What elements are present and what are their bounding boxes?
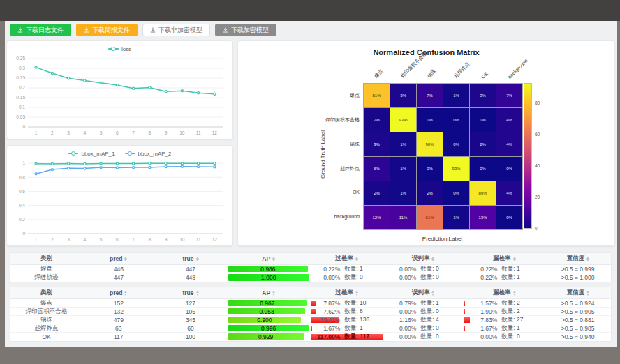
svg-text:0.3: 0.3 <box>19 66 25 70</box>
svg-text:10: 10 <box>179 130 185 135</box>
svg-text:0: 0 <box>22 124 25 129</box>
column-header-误判率[interactable]: 误判率 <box>383 255 464 263</box>
column-header-true[interactable]: true <box>154 255 226 262</box>
column-header-label: 漏检率 <box>493 289 511 297</box>
column-header-AP[interactable]: AP <box>227 289 311 296</box>
rate-count: 数量: 1 <box>501 265 538 273</box>
column-header-label: true <box>182 255 193 262</box>
rate-count: 数量: 1 <box>501 324 538 332</box>
rate-cell: 1.16%数量: 4 <box>383 316 464 324</box>
matrix-cell: 2% <box>417 181 443 205</box>
rate-cell: 0.22%数量: 1 <box>464 265 545 273</box>
legend-label: bbox_mAP_2 <box>138 151 172 157</box>
column-header-置信度[interactable]: 置信度 <box>545 255 611 263</box>
rate-value: 0.00% <box>389 333 416 340</box>
column-header-AP[interactable]: AP <box>227 255 311 262</box>
column-header-true[interactable]: true <box>154 289 226 296</box>
colorbar-tick: 80 <box>535 100 540 105</box>
download-unencrypted-model-button[interactable]: 下载非加密模型 <box>142 24 210 36</box>
svg-text:3: 3 <box>67 237 70 242</box>
true-cell: 105 <box>154 308 226 315</box>
rate-cell: 1.67%数量: 1 <box>311 324 383 332</box>
rate-cell: 7.62%数量: 8 <box>311 308 383 315</box>
svg-text:0.35: 0.35 <box>16 56 25 61</box>
legend-label: bbox_mAP_1 <box>81 151 115 157</box>
sort-caret-icon <box>513 291 516 296</box>
category-cell: 焊印面积不合格 <box>10 308 82 316</box>
svg-text:11: 11 <box>196 130 201 135</box>
category-cell: 锡珠 <box>10 316 82 324</box>
ap-cell: 0.967 <box>227 300 311 307</box>
download-log-file-button[interactable]: 下载日志文件 <box>10 24 71 36</box>
rate-value: 0.00% <box>389 266 416 273</box>
rate-count: 数量: 1 <box>344 265 377 273</box>
loss-chart-legend: loss <box>9 43 230 54</box>
matrix-cell: 2% <box>364 181 390 205</box>
legend-item-bbox_mAP_1[interactable]: bbox_mAP_1 <box>68 151 115 157</box>
rate-bar <box>464 309 465 314</box>
sort-caret-icon <box>272 291 275 296</box>
matrix-cell: 13% <box>470 206 496 229</box>
column-header-过检率[interactable]: 过检率 <box>311 255 383 263</box>
sort-caret-icon <box>513 257 516 261</box>
legend-item-loss[interactable]: loss <box>108 46 131 52</box>
svg-text:12: 12 <box>212 130 218 135</box>
download-encrypted-model-button[interactable]: 下载加密模型 <box>215 24 276 36</box>
column-header-label: AP <box>262 289 270 296</box>
rate-cell: 0.22%数量: 1 <box>464 273 545 282</box>
svg-text:5: 5 <box>100 130 103 135</box>
rate-count: 数量: 10 <box>344 299 377 307</box>
rate-cell: 117.00%数量: 117 <box>311 333 383 341</box>
button-label: 下载简报文件 <box>92 26 130 35</box>
confidence-cell: >0.5 = 0.985 <box>545 325 611 332</box>
pred-cell: 446 <box>82 266 154 273</box>
svg-text:6: 6 <box>116 237 119 242</box>
svg-text:0.2: 0.2 <box>19 85 25 90</box>
pred-cell: 479 <box>82 317 154 324</box>
legend-item-bbox_mAP_2[interactable]: bbox_mAP_2 <box>125 151 172 157</box>
column-header-置信度[interactable]: 置信度 <box>545 289 611 297</box>
matrix-cell: 4% <box>496 132 522 156</box>
rate-count: 数量: 136 <box>344 316 377 324</box>
colorbar-tick: 0 <box>535 226 538 231</box>
ap-cell: 0.996 <box>227 325 311 332</box>
matrix-cell: 0% <box>443 132 469 156</box>
map-chart-card: bbox_mAP_1bbox_mAP_2 00.20.40.60.8112345… <box>6 145 233 246</box>
desktop-background: 下载日志文件下载简报文件下载非加密模型下载加密模型 loss 00.050.10… <box>0 0 620 364</box>
confidence-cell: >0.5 = 0.905 <box>545 308 611 315</box>
true-cell: 345 <box>154 317 226 324</box>
svg-text:1: 1 <box>35 130 38 135</box>
x-axis-label: Prediction Label <box>363 236 522 242</box>
matrix-row-label: 爆点 <box>238 92 360 99</box>
matrix-column-label: 爆点 <box>372 68 384 79</box>
column-header-误判率[interactable]: 误判率 <box>383 289 464 297</box>
sort-caret-icon <box>124 257 127 261</box>
rate-count: 数量: 27 <box>501 316 538 324</box>
matrix-cell: 0% <box>443 181 469 205</box>
tables-section: 类别predtrueAP过检率误判率漏检率置信度焊盘4464470.9860.2… <box>6 252 615 342</box>
true-cell: 60 <box>154 325 226 332</box>
defect-class-table: 类别predtrueAP过检率误判率漏检率置信度爆点1521270.9677.8… <box>10 287 612 342</box>
rate-cell: 0.00%数量: 0 <box>383 308 464 315</box>
rate-value: 0.00% <box>389 325 416 332</box>
matrix-cell: 1% <box>443 206 469 229</box>
rate-cell: 1.90%数量: 2 <box>464 308 545 315</box>
rate-bar <box>311 326 312 331</box>
sort-caret-icon <box>355 257 358 261</box>
column-header-过检率[interactable]: 过检率 <box>311 289 383 297</box>
download-icon <box>17 27 23 33</box>
rate-cell: 0.00%数量: 0 <box>383 273 464 282</box>
column-header-pred[interactable]: pred <box>82 255 154 262</box>
ap-bar: 0.929 <box>228 333 304 340</box>
column-header-漏检率[interactable]: 漏检率 <box>464 255 545 263</box>
ap-bar: 0.953 <box>228 308 306 315</box>
column-header-label: true <box>182 289 193 296</box>
download-report-file-button[interactable]: 下载简报文件 <box>76 24 138 36</box>
rate-cell: 7.83%数量: 27 <box>464 316 545 324</box>
column-header-漏检率[interactable]: 漏检率 <box>464 289 545 297</box>
svg-text:12: 12 <box>212 237 218 242</box>
rate-value: 7.87% <box>316 300 340 307</box>
rate-value: 1.57% <box>470 300 497 307</box>
column-header-pred[interactable]: pred <box>82 289 154 296</box>
legend-marker-icon <box>125 151 135 156</box>
